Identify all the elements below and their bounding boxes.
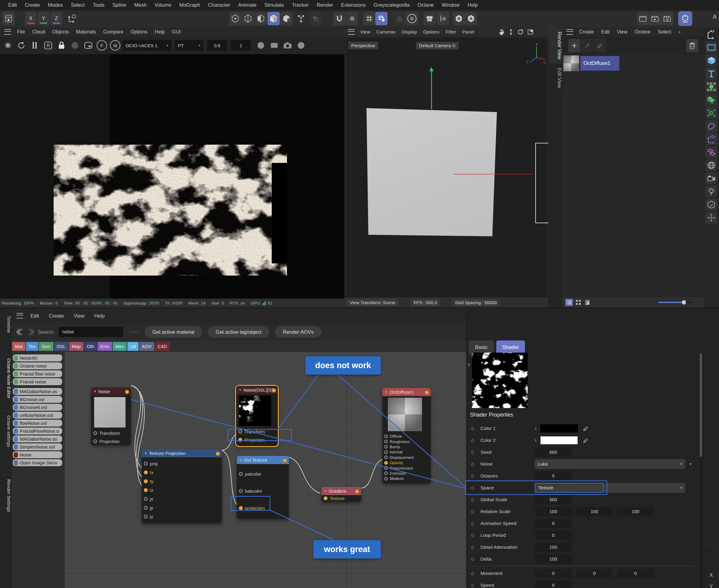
render-view-menu-item[interactable]: GUI	[168, 29, 184, 35]
render-settings-button[interactable]: ⚙	[661, 12, 673, 25]
menu-item[interactable]: Volume	[150, 2, 175, 8]
input-port[interactable]	[384, 445, 388, 448]
library-item[interactable]: MAGaborNoise.os	[13, 436, 62, 442]
input-port[interactable]	[239, 489, 243, 493]
orbit-icon[interactable]	[517, 29, 523, 35]
render-view-menu-item[interactable]: Cloud	[29, 29, 49, 35]
cube-primitive-icon[interactable]	[705, 55, 718, 67]
value-field[interactable]: 0	[576, 569, 613, 578]
menu-item[interactable]: Render	[313, 2, 337, 8]
node-noise-osl[interactable]: ▼Noise(OSL)[S] TransformProjection	[236, 386, 278, 446]
render-view-menu-item[interactable]: Materials	[73, 29, 100, 35]
delete-material-button[interactable]	[686, 39, 698, 52]
input-port-row[interactable]: bakcolor	[237, 482, 289, 499]
library-item[interactable]: flowNoise.osl	[13, 420, 62, 427]
library-item[interactable]: Open Image Deno	[13, 459, 62, 466]
input-port[interactable]	[144, 497, 148, 501]
eyedropper-icon[interactable]	[583, 425, 589, 432]
menu-item[interactable]: Create	[21, 2, 44, 8]
input-port[interactable]	[144, 462, 148, 466]
library-item[interactable]: MAGaborNoise.os	[13, 388, 62, 395]
focus-picker-icon[interactable]: F	[96, 39, 108, 51]
library-item[interactable]: Fractal noise	[13, 378, 62, 385]
dolly-icon[interactable]	[509, 29, 513, 35]
symmetry-butterfly-icon[interactable]	[424, 12, 436, 25]
output-port[interactable]	[272, 388, 276, 393]
polygon-overlay-icon[interactable]	[255, 39, 267, 51]
view-tab[interactable]: Edit View	[548, 64, 562, 92]
axis-icon[interactable]	[295, 12, 307, 25]
input-port[interactable]	[144, 514, 148, 519]
input-port-row[interactable]: Roughness	[382, 439, 431, 444]
octane-menu-item[interactable]: ›	[675, 29, 684, 35]
input-port-row[interactable]: jy	[142, 503, 222, 512]
menu-item[interactable]: Help	[464, 2, 482, 8]
input-port[interactable]	[384, 471, 388, 475]
list-view-icon[interactable]	[565, 299, 573, 306]
search-input[interactable]	[59, 327, 123, 337]
node-editor-action-button[interactable]: Get active tag/object	[208, 326, 269, 338]
axis-lock-button[interactable]: Y	[38, 12, 49, 25]
library-item[interactable]: Noise	[13, 451, 62, 458]
input-port-row[interactable]: jz	[142, 512, 222, 521]
node-editor-action-button[interactable]: Get active material	[144, 326, 202, 338]
eyedropper-icon[interactable]	[583, 437, 589, 443]
text-tool-icon[interactable]	[705, 68, 718, 80]
menu-item[interactable]: Octane	[414, 2, 438, 8]
thumbnail-size-slider[interactable]	[658, 302, 685, 303]
menu-item[interactable]: MoGraph	[175, 2, 204, 8]
input-port[interactable]	[238, 438, 242, 442]
value-field[interactable]: 100	[576, 507, 613, 516]
value-field[interactable]: 100	[535, 543, 572, 552]
hamburger-icon[interactable]	[17, 313, 23, 318]
grid-icon[interactable]	[363, 12, 375, 25]
input-port[interactable]	[384, 461, 388, 465]
category-chip[interactable]: AOV	[139, 342, 155, 351]
modifier-gear-icon[interactable]: ⚙	[406, 12, 418, 25]
scrollbar[interactable]	[700, 353, 702, 588]
output-port[interactable]	[283, 458, 287, 463]
view-tab[interactable]: Render View	[548, 27, 562, 64]
step-back-icon[interactable]	[16, 328, 24, 336]
menu-item[interactable]: Edit	[4, 2, 21, 8]
menu-item[interactable]: Select	[67, 2, 89, 8]
input-port[interactable]	[324, 496, 328, 500]
spline-pen-icon[interactable]	[705, 28, 718, 41]
category-chip[interactable]: OSL	[54, 342, 68, 351]
category-chip[interactable]: Gen	[39, 342, 53, 351]
value-field[interactable]: 0	[535, 581, 572, 588]
sky-environment-icon[interactable]: ST	[705, 159, 718, 171]
viewport-menu-item[interactable]: Display	[398, 29, 420, 35]
value-field[interactable]: 0	[535, 531, 572, 540]
category-chip[interactable]: Mat	[12, 342, 25, 351]
axis-lock-button[interactable]: X	[25, 12, 37, 25]
node-gradient[interactable]: ▼Gradient Texture	[322, 487, 361, 502]
input-port-row[interactable]: Projection	[236, 436, 278, 444]
light-object-icon[interactable]: ST	[705, 186, 718, 197]
node-graph-canvas[interactable]: ▼Noise TransformProjection ▼Texture Proj…	[65, 352, 466, 588]
move-tool-icon[interactable]	[705, 212, 718, 224]
lock-resolution-icon[interactable]	[56, 39, 68, 51]
category-chip[interactable]: Ems	[98, 342, 112, 351]
menu-item[interactable]: Modes	[44, 2, 67, 8]
menu-item[interactable]: Extensions	[337, 2, 370, 8]
render-view-menu-item[interactable]: Options	[127, 29, 151, 35]
eyedropper-icon[interactable]	[594, 39, 606, 52]
clay-mode-icon[interactable]	[69, 39, 81, 51]
category-chip[interactable]: Map	[69, 342, 83, 351]
input-port-row[interactable]: Diffuse	[382, 434, 431, 439]
octane-menu-item[interactable]: View	[613, 29, 631, 35]
input-port[interactable]	[144, 488, 148, 492]
subdivision-surface-icon[interactable]	[705, 81, 718, 93]
input-port-row[interactable]: patcolor	[237, 465, 289, 482]
field-pair-icon[interactable]	[705, 146, 718, 158]
render-view-button[interactable]	[637, 12, 649, 25]
value-field[interactable]: 100	[535, 507, 572, 516]
input-port-row[interactable]: Transform	[236, 427, 278, 436]
toggle-panel-icon[interactable]	[528, 29, 533, 35]
edit-hexagon-icon[interactable]	[705, 198, 718, 211]
category-chip[interactable]: Utl	[127, 342, 138, 351]
menu-item[interactable]: Simulate	[261, 2, 288, 8]
viewport-canvas[interactable]: Perspective Default Camera ⧉ Y X Z	[346, 37, 547, 298]
menu-item[interactable]: Mesh	[130, 2, 150, 8]
